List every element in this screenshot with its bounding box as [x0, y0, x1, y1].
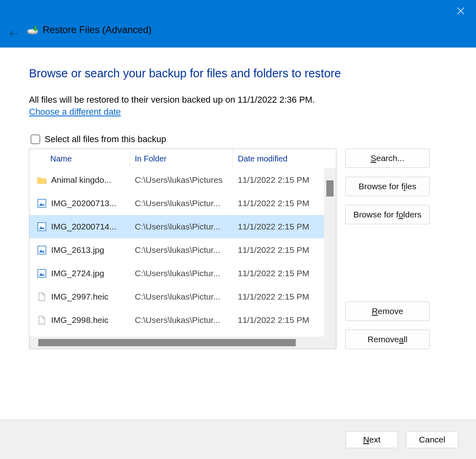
file-date: 11/1/2022 2:15 PM: [233, 315, 324, 325]
file-date: 11/1/2022 2:15 PM: [233, 222, 324, 232]
remove-all-button[interactable]: Remove all: [345, 330, 430, 349]
image-icon: [37, 245, 47, 255]
restore-icon: [27, 25, 39, 35]
vertical-scrollbar[interactable]: [324, 168, 336, 337]
file-date: 11/1/2022 2:15 PM: [233, 292, 324, 302]
cancel-button[interactable]: Cancel: [406, 431, 458, 448]
image-icon: [37, 198, 47, 209]
file-folder: C:\Users\lukas\Pictur...: [130, 269, 233, 278]
table-row[interactable]: IMG_2724.jpgC:\Users\lukas\Pictur...11/1…: [29, 262, 324, 285]
folder-icon: [37, 175, 47, 185]
back-button: [7, 27, 20, 40]
table-row[interactable]: IMG_2998.heicC:\Users\lukas\Pictur...11/…: [29, 308, 324, 332]
file-folder: C:\Users\lukas\Pictures: [130, 175, 233, 185]
browse-files-button[interactable]: Browse for files: [345, 177, 430, 196]
footer: Next Cancel: [0, 420, 476, 459]
file-list[interactable]: Name In Folder Date modified Animal king…: [29, 149, 336, 349]
file-date: 11/1/2022 2:15 PM: [233, 175, 324, 185]
svg-rect-5: [38, 199, 46, 207]
file-folder: C:\Users\lukas\Pictur...: [130, 198, 233, 208]
file-folder: C:\Users\lukas\Pictur...: [130, 315, 233, 325]
scroll-corner: [324, 337, 336, 349]
content-area: Browse or search your backup for files a…: [0, 48, 476, 420]
file-date: 11/1/2022 2:15 PM: [233, 269, 324, 278]
close-icon: [457, 7, 464, 14]
file-name: IMG_20200714...: [51, 222, 130, 232]
image-icon: [37, 268, 47, 279]
side-button-group: Search... Browse for files Browse for fo…: [345, 149, 430, 349]
page-heading: Browse or search your backup for files a…: [29, 67, 453, 80]
vertical-scroll-thumb[interactable]: [326, 180, 334, 196]
select-all-label: Select all files from this backup: [45, 134, 166, 145]
file-name: IMG_2724.jpg: [51, 269, 130, 278]
svg-rect-7: [38, 223, 46, 231]
table-row[interactable]: IMG_2997.heicC:\Users\lukas\Pictur...11/…: [29, 285, 324, 308]
select-all-checkbox[interactable]: [31, 134, 40, 144]
svg-rect-9: [38, 246, 46, 254]
svg-rect-11: [38, 269, 46, 277]
image-icon: [37, 221, 47, 232]
file-folder: C:\Users\lukas\Pictur...: [130, 245, 233, 255]
column-header-folder[interactable]: In Folder: [130, 149, 233, 168]
file-folder: C:\Users\lukas\Pictur...: [130, 222, 233, 232]
file-name: Animal kingdo...: [51, 175, 130, 185]
file-name: IMG_2613.jpg: [51, 245, 130, 255]
file-icon: [37, 315, 47, 325]
column-header-date[interactable]: Date modified: [233, 149, 336, 168]
title-bar: Restore Files (Advanced): [0, 0, 476, 48]
table-row[interactable]: IMG_20200714...C:\Users\lukas\Pictur...1…: [29, 215, 324, 238]
file-name: IMG_20200713...: [51, 198, 130, 208]
info-text: All files will be restored to their vers…: [29, 95, 453, 105]
file-name: IMG_2997.heic: [51, 292, 130, 302]
table-row[interactable]: IMG_20200713...C:\Users\lukas\Pictur...1…: [29, 192, 324, 215]
file-name: IMG_2998.heic: [51, 315, 130, 325]
table-row[interactable]: Animal kingdo...C:\Users\lukas\Pictures1…: [29, 168, 324, 192]
browse-folders-button[interactable]: Browse for folders: [345, 205, 430, 224]
file-date: 11/1/2022 2:15 PM: [233, 198, 324, 208]
next-button[interactable]: Next: [346, 431, 398, 448]
file-folder: C:\Users\lukas\Pictur...: [130, 292, 233, 302]
file-date: 11/1/2022 2:15 PM: [233, 245, 324, 255]
remove-button[interactable]: Remove: [345, 302, 430, 321]
horizontal-scroll-thumb[interactable]: [38, 339, 296, 346]
arrow-left-icon: [9, 29, 19, 39]
search-button[interactable]: Search...: [345, 149, 430, 168]
horizontal-scrollbar[interactable]: [29, 337, 324, 349]
list-header: Name In Folder Date modified: [29, 149, 336, 168]
close-button[interactable]: [453, 5, 469, 17]
choose-date-link[interactable]: Choose a different date: [29, 107, 121, 117]
window-title: Restore Files (Advanced): [43, 24, 152, 35]
table-row[interactable]: IMG_2613.jpgC:\Users\lukas\Pictur...11/1…: [29, 238, 324, 262]
file-icon: [37, 292, 47, 302]
column-header-name[interactable]: Name: [29, 149, 130, 168]
